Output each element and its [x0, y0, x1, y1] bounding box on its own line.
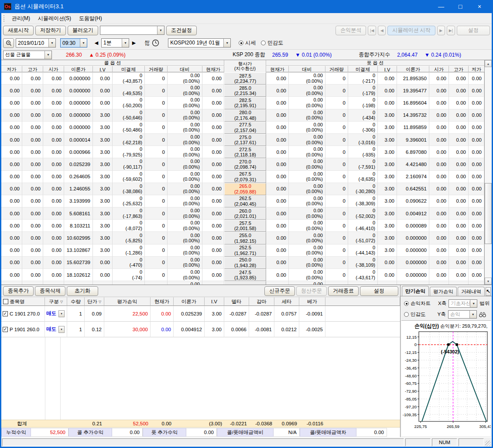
- call-col-iv[interactable]: I.V: [93, 66, 113, 73]
- put-price-cell[interactable]: 0.00: [266, 122, 289, 134]
- call-iv-cell[interactable]: 3.00: [93, 244, 113, 257]
- put-theo-cell[interactable]: 6.897080: [397, 146, 429, 158]
- call-price-cell[interactable]: 0.00: [202, 281, 224, 285]
- call-low-cell[interactable]: 0.00: [1, 183, 22, 195]
- call-volume-cell[interactable]: 0: [145, 207, 168, 220]
- put-low-cell[interactable]: 0.00: [469, 171, 484, 183]
- tab-eval-pl[interactable]: 평가손익: [430, 287, 457, 296]
- pl-cell[interactable]: 22,500: [104, 306, 151, 322]
- put-price-cell[interactable]: 0.00: [266, 146, 289, 158]
- put-price-cell[interactable]: 0.00: [266, 281, 289, 285]
- call-iv-cell[interactable]: 3.00: [93, 207, 113, 220]
- put-iv-cell[interactable]: 0.00: [378, 72, 397, 85]
- put-low-cell[interactable]: 0.00: [469, 207, 484, 220]
- qty-cell[interactable]: 1: [67, 322, 85, 337]
- call-high-cell[interactable]: 0.00: [22, 72, 43, 85]
- scroll-up-icon[interactable]: ▲: [485, 60, 492, 67]
- put-price-cell[interactable]: 0.00: [266, 183, 289, 195]
- option-row[interactable]: 0.000.000.0015.6027390.000(-470)00.00(0.…: [1, 257, 484, 269]
- settings-button-bottom[interactable]: 설정: [360, 286, 398, 296]
- col-header-delta[interactable]: 델타: [224, 297, 249, 306]
- call-open-cell[interactable]: 0.00: [43, 109, 64, 122]
- call-theo-cell[interactable]: 0.000966: [64, 146, 93, 158]
- call-open-cell[interactable]: 0.00: [43, 281, 64, 285]
- call-iv-cell[interactable]: 0.00: [93, 257, 113, 269]
- call-theo-cell[interactable]: 0.000000: [64, 109, 93, 122]
- put-price-cell[interactable]: 0.00: [266, 109, 289, 122]
- put-iv-cell[interactable]: 3.00: [378, 220, 397, 232]
- put-iv-cell[interactable]: 3.00: [378, 232, 397, 244]
- put-col-theo[interactable]: 이론가: [397, 66, 429, 73]
- call-iv-cell[interactable]: 3.00: [93, 122, 113, 134]
- call-iv-cell[interactable]: 3.00: [93, 195, 113, 207]
- put-col-price[interactable]: 현재가: [266, 66, 289, 73]
- strike-cell[interactable]: 265.0(2,059.88): [224, 183, 266, 195]
- put-high-cell[interactable]: 0.00: [449, 134, 469, 146]
- checkbox-icon[interactable]: ✓: [3, 311, 8, 316]
- call-open-cell[interactable]: 0.00: [43, 97, 64, 109]
- call-col-price[interactable]: 현재가: [202, 66, 224, 73]
- put-volume-cell[interactable]: 0: [325, 281, 348, 285]
- put-price-cell[interactable]: 0.00: [266, 207, 289, 220]
- put-iv-cell[interactable]: 3.00: [378, 158, 397, 170]
- put-theo-cell[interactable]: 0.000000: [397, 244, 429, 257]
- side-combo[interactable]: 매도: [45, 306, 67, 322]
- put-price-cell[interactable]: 0.00: [266, 72, 289, 85]
- put-volume-cell[interactable]: 0: [325, 72, 348, 85]
- put-high-cell[interactable]: 0.00: [449, 72, 469, 85]
- put-iv-cell[interactable]: 0.00: [378, 269, 397, 281]
- reset-button[interactable]: 초기화: [67, 286, 98, 296]
- call-iv-cell[interactable]: 3.00: [93, 171, 113, 183]
- put-change-cell[interactable]: 0.00(0.00%): [289, 207, 325, 220]
- put-change-cell[interactable]: 0.00(0.00%): [289, 158, 325, 170]
- col-header-vega[interactable]: 베가: [299, 297, 325, 306]
- menu-simulation[interactable]: 시뮬레이션(S): [34, 14, 75, 24]
- put-high-cell[interactable]: 0.00: [449, 97, 469, 109]
- call-volume-cell[interactable]: 0: [145, 158, 168, 170]
- call-volume-cell[interactable]: 0: [145, 195, 168, 207]
- put-open-cell[interactable]: 0.00: [429, 269, 449, 281]
- put-low-cell[interactable]: 0.00: [469, 232, 484, 244]
- put-change-cell[interactable]: 0.00(0.00%): [289, 183, 325, 195]
- put-low-cell[interactable]: 0.00: [469, 257, 484, 269]
- put-oi-cell[interactable]: 0(-7,591): [348, 158, 378, 170]
- call-low-cell[interactable]: 0.00: [1, 220, 22, 232]
- put-open-cell[interactable]: 0.00: [429, 244, 449, 257]
- put-theo-cell[interactable]: 0.000089: [397, 220, 429, 232]
- pl-cell[interactable]: 30,000: [104, 322, 151, 337]
- put-col-oi[interactable]: 미결제: [348, 66, 378, 73]
- call-high-cell[interactable]: 0.00: [22, 183, 43, 195]
- call-theo-cell[interactable]: 1.246055: [64, 183, 93, 195]
- call-high-cell[interactable]: 0.00: [22, 257, 43, 269]
- call-price-cell[interactable]: 0.00: [202, 232, 224, 244]
- side-combo[interactable]: 매도: [45, 322, 67, 337]
- maximize-button[interactable]: □: [451, 1, 470, 12]
- chevron-down-icon[interactable]: [470, 300, 477, 307]
- position-row[interactable]: ✓C 1901 270.0매도10.0922,5000.000.0252393.…: [1, 306, 400, 322]
- put-open-cell[interactable]: 0.00: [429, 134, 449, 146]
- resize-grip[interactable]: [485, 441, 491, 446]
- menu-manage[interactable]: 관리(M): [8, 14, 34, 24]
- theta-cell[interactable]: 0.0212: [274, 322, 299, 337]
- put-high-cell[interactable]: 0.00: [449, 257, 469, 269]
- strike-cell[interactable]: 270.0(2,098.74): [224, 158, 266, 170]
- delta-cell[interactable]: 0.0066: [224, 322, 249, 337]
- call-oi-cell[interactable]: 0(-17,863): [113, 207, 145, 220]
- theo-cell[interactable]: 0.004912: [174, 322, 205, 337]
- put-oi-cell[interactable]: 0(-179): [348, 85, 378, 97]
- call-volume-cell[interactable]: 0: [145, 232, 168, 244]
- call-open-cell[interactable]: 0.00: [43, 171, 64, 183]
- theo-cell[interactable]: 0.025239: [174, 306, 205, 322]
- call-theo-cell[interactable]: 10.602995: [64, 232, 93, 244]
- put-volume-cell[interactable]: 0: [325, 146, 348, 158]
- put-open-cell[interactable]: 0.00: [429, 257, 449, 269]
- option-row[interactable]: 0.000.000.000.0000003.000(-50,486)00.00(…: [1, 122, 484, 134]
- call-theo-cell[interactable]: 0.000014: [64, 134, 93, 146]
- chevron-down-icon[interactable]: [122, 39, 129, 47]
- call-low-cell[interactable]: 0.00: [1, 281, 22, 285]
- call-low-cell[interactable]: 0.00: [1, 171, 22, 183]
- call-low-cell[interactable]: 0.00: [1, 97, 22, 109]
- put-iv-cell[interactable]: 3.00: [378, 244, 397, 257]
- call-low-cell[interactable]: 0.00: [1, 158, 22, 170]
- date-combo[interactable]: 2019/01/10: [16, 38, 56, 48]
